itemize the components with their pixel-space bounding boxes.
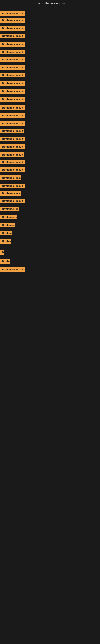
bottleneck-badge: Bottleneck result	[0, 57, 25, 62]
bottleneck-item: Bottleneck result	[0, 239, 11, 244]
bottleneck-item: Bottleneck result	[0, 231, 12, 236]
bottleneck-item: Bottleneck result	[0, 144, 25, 150]
bottleneck-item: Bottleneck result	[0, 65, 25, 71]
bottleneck-item: Bottleneck result	[0, 259, 10, 264]
bottleneck-item: Bottleneck result	[0, 34, 25, 39]
bottleneck-badge: Bottleneck result	[0, 121, 25, 126]
bottleneck-item: Bottleneck result	[0, 152, 24, 158]
bottleneck-item: Bottleneck result	[0, 267, 25, 273]
bottleneck-badge: Bottleneck result	[0, 18, 25, 22]
bottleneck-badge: Bottleneck result	[0, 176, 21, 180]
bottleneck-item: Bottleneck result	[0, 113, 25, 118]
bottleneck-badge: Bottleneck result	[0, 11, 25, 16]
bottleneck-badge: Bottleneck result	[0, 199, 25, 203]
bottleneck-badge: Bottleneck result	[0, 168, 25, 172]
bottleneck-item: Bottleneck result	[0, 11, 25, 17]
bottleneck-badge: Bottleneck result	[0, 73, 25, 78]
bottleneck-badge: Bottleneck result	[0, 128, 24, 133]
bottleneck-item: Bottleneck result	[0, 89, 25, 94]
bottleneck-item: Bottleneck result	[0, 106, 25, 111]
bottleneck-item: Bottleneck result	[0, 42, 25, 48]
bottleneck-badge: Bottleneck result	[0, 152, 24, 157]
bottleneck-badge: Bottleneck result	[0, 81, 25, 86]
bottleneck-badge: Bottleneck result	[0, 34, 25, 38]
bottleneck-item: Bottleneck result	[0, 50, 25, 55]
bottleneck-badge: Bottleneck result	[0, 267, 25, 272]
bottleneck-item: Bottleneck result	[0, 176, 21, 181]
bottleneck-item: Bottleneck result	[0, 223, 15, 228]
bottleneck-item: Bottleneck result	[0, 215, 17, 220]
bottleneck-item: Bottleneck result	[0, 160, 25, 165]
bottleneck-badge: Bottleneck result	[0, 231, 12, 236]
bottleneck-item: B	[0, 250, 4, 256]
bottleneck-badge: Bottleneck result	[0, 259, 10, 264]
bottleneck-badge: Bottleneck result	[0, 191, 21, 196]
bottleneck-badge: Bottleneck result	[0, 207, 19, 211]
bottleneck-item: Bottleneck result	[0, 191, 21, 196]
bottleneck-badge: Bottleneck result	[0, 97, 25, 102]
bottleneck-badge: Bottleneck result	[0, 50, 25, 54]
bottleneck-item: Bottleneck result	[0, 97, 25, 102]
bottleneck-badge: Bottleneck result	[0, 160, 25, 164]
bottleneck-badge: Bottleneck result	[0, 215, 17, 219]
bottleneck-badge: Bottleneck result	[0, 184, 25, 188]
bottleneck-badge: Bottleneck result	[0, 42, 25, 47]
bottleneck-item: Bottleneck result	[0, 199, 25, 204]
site-title: TheBottlenecker.com	[0, 0, 100, 7]
bottleneck-badge: Bottleneck result	[0, 26, 25, 30]
bottleneck-badge: Bottleneck result	[0, 144, 25, 149]
bottleneck-badge: Bottleneck result	[0, 137, 25, 141]
bottleneck-item: Bottleneck result	[0, 128, 24, 134]
bottleneck-item: Bottleneck result	[0, 168, 25, 173]
bottleneck-badge: Bottleneck result	[0, 239, 11, 244]
bottleneck-item: Bottleneck result	[0, 184, 25, 189]
bottleneck-item: Bottleneck result	[0, 57, 25, 62]
bottleneck-item: Bottleneck result	[0, 73, 25, 78]
bottleneck-badge: Bottleneck result	[0, 113, 25, 118]
bottleneck-badge: Bottleneck result	[0, 223, 15, 228]
bottleneck-badge: B	[0, 250, 4, 254]
bottleneck-badge: Bottleneck result	[0, 106, 25, 110]
bottleneck-badge: Bottleneck result	[0, 65, 25, 70]
bottleneck-item: Bottleneck result	[0, 18, 25, 23]
bottleneck-item: Bottleneck result	[0, 81, 25, 86]
bottleneck-item: Bottleneck result	[0, 121, 25, 126]
bottleneck-item: Bottleneck result	[0, 26, 25, 32]
bottleneck-item: Bottleneck result	[0, 137, 25, 142]
bottleneck-item: Bottleneck result	[0, 207, 19, 212]
bottleneck-badge: Bottleneck result	[0, 89, 25, 94]
